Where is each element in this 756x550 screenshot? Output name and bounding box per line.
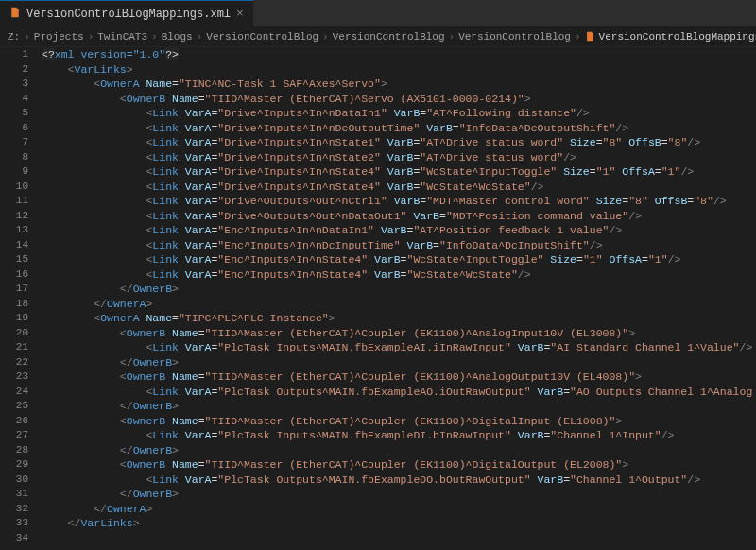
- line-number: 4: [0, 92, 28, 107]
- code-line[interactable]: </OwnerA>: [42, 297, 756, 312]
- code-line[interactable]: <?xml version="1.0"?>: [42, 47, 756, 62]
- code-line[interactable]: <Link VarA="PlcTask Inputs^MAIN.fbExampl…: [42, 428, 756, 443]
- code-line[interactable]: [42, 531, 756, 546]
- code-line[interactable]: <Link VarA="Drive^Inputs^In^nState1" Var…: [42, 135, 756, 150]
- code-line[interactable]: <Link VarA="PlcTask Inputs^MAIN.fbExampl…: [42, 340, 756, 355]
- line-number: 31: [0, 487, 28, 502]
- code-line[interactable]: </OwnerB>: [42, 443, 756, 458]
- line-number: 19: [0, 311, 28, 326]
- code-line[interactable]: <OwnerA Name="TINC^NC-Task 1 SAF^Axes^Se…: [42, 77, 756, 92]
- line-number: 6: [0, 121, 28, 136]
- code-line[interactable]: <OwnerB Name="TIID^Master (EtherCAT)^Cou…: [42, 370, 756, 385]
- line-number: 8: [0, 150, 28, 165]
- tab-label: VersionControlBlogMappings.xml: [26, 8, 231, 21]
- line-number: 21: [0, 340, 28, 355]
- line-number: 2: [0, 62, 28, 77]
- code-line[interactable]: </OwnerB>: [42, 399, 756, 414]
- code-line[interactable]: <Link VarA="Drive^Inputs^In^nState4" Var…: [42, 180, 756, 195]
- breadcrumb-segment[interactable]: VersionControlBlogMappings.xml: [585, 31, 756, 43]
- tab-bar: VersionControlBlogMappings.xml ×: [0, 0, 756, 26]
- breadcrumb-segment[interactable]: Z:: [8, 31, 20, 43]
- line-number: 30: [0, 473, 28, 488]
- chevron-right-icon: ›: [322, 31, 329, 43]
- close-icon[interactable]: ×: [236, 7, 244, 21]
- chevron-right-icon: ›: [449, 31, 455, 43]
- line-number: 9: [0, 164, 28, 180]
- chevron-right-icon: ›: [197, 31, 203, 43]
- code-line[interactable]: </VarLinks>: [42, 516, 756, 531]
- chevron-right-icon: ›: [24, 31, 30, 43]
- line-number: 5: [0, 106, 28, 121]
- line-number: 24: [0, 385, 28, 400]
- line-number: 10: [0, 180, 28, 195]
- code-line[interactable]: <Link VarA="Enc^Inputs^In^nDcInputTime" …: [42, 238, 756, 253]
- line-number: 33: [0, 516, 28, 531]
- code-line[interactable]: <OwnerA Name="TIPC^PLC^PLC Instance">: [42, 311, 756, 326]
- code-line[interactable]: <Link VarA="Drive^Outputs^Out^nCtrl1" Va…: [42, 194, 756, 209]
- code-line[interactable]: <OwnerB Name="TIID^Master (EtherCAT)^Cou…: [42, 414, 756, 429]
- chevron-right-icon: ›: [575, 31, 581, 43]
- breadcrumb-segment[interactable]: Projects: [34, 31, 84, 43]
- code-line[interactable]: </OwnerB>: [42, 487, 756, 502]
- line-number: 22: [0, 355, 28, 370]
- line-number: 18: [0, 297, 28, 312]
- code-area[interactable]: <?xml version="1.0"?> <VarLinks> <OwnerA…: [38, 47, 756, 550]
- line-number: 20: [0, 326, 28, 341]
- line-number: 15: [0, 252, 28, 267]
- code-line[interactable]: <Link VarA="Drive^Inputs^In^nState2" Var…: [42, 150, 756, 165]
- code-line[interactable]: <OwnerB Name="TIID^Master (EtherCAT)^Cou…: [42, 326, 756, 341]
- chevron-right-icon: ›: [88, 31, 94, 43]
- xml-file-icon: [9, 7, 21, 22]
- line-number: 7: [0, 135, 28, 150]
- line-number: 29: [0, 457, 28, 473]
- code-line[interactable]: <Link VarA="Enc^Inputs^In^nState4" VarB=…: [42, 252, 756, 267]
- code-line[interactable]: <Link VarA="PlcTask Outputs^MAIN.fbExamp…: [42, 385, 756, 400]
- code-line[interactable]: <Link VarA="Enc^Inputs^In^nDataIn1" VarB…: [42, 223, 756, 238]
- line-number: 1: [0, 47, 28, 62]
- line-number: 27: [0, 428, 28, 443]
- tab-active[interactable]: VersionControlBlogMappings.xml ×: [0, 0, 253, 26]
- code-line[interactable]: <Link VarA="Drive^Inputs^In^nDcOutputTim…: [42, 121, 756, 136]
- breadcrumb-segment[interactable]: VersionControlBlog: [458, 31, 571, 43]
- code-line[interactable]: <Link VarA="PlcTask Outputs^MAIN.fbExamp…: [42, 473, 756, 488]
- code-line[interactable]: <Link VarA="Drive^Inputs^In^nDataIn1" Va…: [42, 106, 756, 121]
- line-number: 12: [0, 209, 28, 224]
- line-number: 23: [0, 370, 28, 385]
- line-number: 32: [0, 502, 28, 517]
- code-line[interactable]: <Link VarA="Drive^Inputs^In^nState4" Var…: [42, 164, 756, 180]
- code-line[interactable]: </OwnerB>: [42, 355, 756, 370]
- code-line[interactable]: </OwnerA>: [42, 502, 756, 517]
- code-line[interactable]: <Link VarA="Enc^Inputs^In^nState4" VarB=…: [42, 267, 756, 283]
- chevron-right-icon: ›: [151, 31, 158, 43]
- line-number: 13: [0, 223, 28, 238]
- line-number: 14: [0, 238, 28, 253]
- breadcrumb[interactable]: Z:›Projects›TwinCAT3›Blogs›VersionContro…: [0, 26, 756, 47]
- line-number: 3: [0, 77, 28, 92]
- line-number: 16: [0, 267, 28, 283]
- code-line[interactable]: <Link VarA="Drive^Outputs^Out^nDataOut1"…: [42, 209, 756, 224]
- line-number: 34: [0, 531, 28, 546]
- code-line[interactable]: <VarLinks>: [42, 62, 756, 77]
- line-number: 25: [0, 399, 28, 414]
- breadcrumb-segment[interactable]: VersionControlBlog: [206, 31, 318, 43]
- breadcrumb-segment[interactable]: VersionControlBlog: [333, 31, 445, 43]
- line-number: 17: [0, 282, 28, 297]
- line-number: 11: [0, 194, 28, 209]
- line-number: 28: [0, 443, 28, 458]
- code-line[interactable]: </OwnerB>: [42, 282, 756, 297]
- breadcrumb-segment[interactable]: TwinCAT3: [97, 31, 147, 43]
- breadcrumb-segment[interactable]: Blogs: [162, 31, 193, 43]
- code-line[interactable]: <OwnerB Name="TIID^Master (EtherCAT)^Cou…: [42, 457, 756, 473]
- line-number-gutter: 1234567891011121314151617181920212223242…: [0, 47, 38, 550]
- editor[interactable]: 1234567891011121314151617181920212223242…: [0, 47, 756, 550]
- code-line[interactable]: <OwnerB Name="TIID^Master (EtherCAT)^Ser…: [42, 92, 756, 107]
- line-number: 26: [0, 414, 28, 429]
